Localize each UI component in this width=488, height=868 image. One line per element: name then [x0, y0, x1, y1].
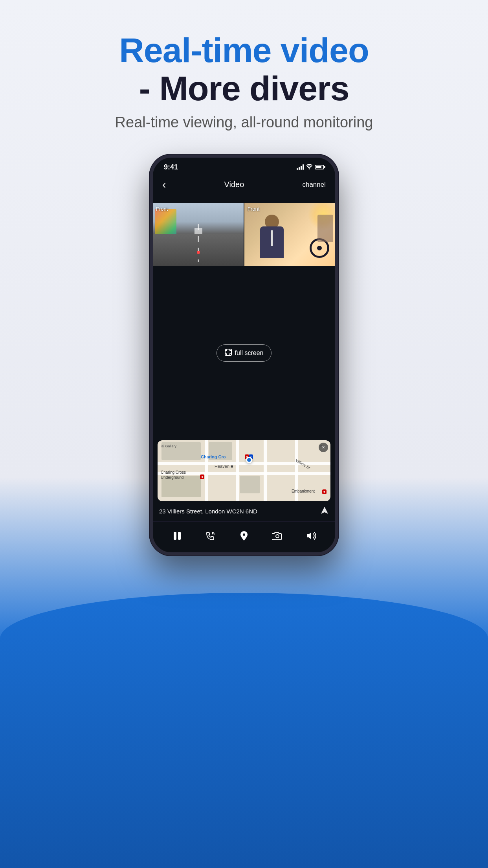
- map-section[interactable]: ial Gallery Jo Charing Cro ● = Heaven ■ …: [158, 440, 330, 501]
- status-time: 9:41: [164, 163, 178, 171]
- nav-title: Video: [224, 180, 244, 189]
- map-background: ial Gallery Jo Charing Cro ● = Heaven ■ …: [158, 440, 330, 501]
- channel-button[interactable]: channel: [302, 181, 326, 189]
- volume-button[interactable]: [302, 527, 319, 544]
- fullscreen-button[interactable]: full screen: [216, 344, 272, 362]
- map-close-button[interactable]: ×: [319, 443, 328, 452]
- battery-icon: [315, 165, 324, 169]
- wifi-icon: [306, 164, 312, 171]
- back-button[interactable]: ‹: [162, 178, 166, 191]
- call-button[interactable]: [202, 527, 219, 544]
- address-bar: 23 Villiers Street, London WC2N 6ND: [153, 501, 335, 521]
- address-text: 23 Villiers Street, London WC2N 6ND: [159, 508, 257, 515]
- video-cell-left[interactable]: Front: [153, 203, 244, 266]
- video-cell-right[interactable]: Front: [244, 203, 335, 266]
- signal-icon: [297, 164, 304, 170]
- header-section: Real-time video - More divers Real-time …: [92, 0, 397, 147]
- pause-button[interactable]: [169, 527, 186, 544]
- headline: Real-time video - More divers: [115, 31, 373, 108]
- road-scene: [153, 203, 244, 266]
- svg-rect-2: [178, 532, 181, 540]
- svg-rect-1: [174, 532, 176, 540]
- location-icon: [238, 530, 250, 541]
- location-button[interactable]: [235, 527, 253, 544]
- video-grid: Front Front: [153, 203, 335, 266]
- phone-screen: 9:41: [150, 154, 338, 555]
- fullscreen-icon: [225, 349, 232, 357]
- interior-scene: [244, 203, 335, 266]
- status-bar: 9:41: [153, 158, 335, 175]
- nav-bar: ‹ Video channel: [153, 175, 335, 195]
- camera-button[interactable]: [269, 527, 286, 544]
- navigate-icon[interactable]: [320, 506, 329, 517]
- svg-rect-0: [225, 349, 231, 355]
- video-label-front-left: Front: [156, 206, 168, 212]
- call-icon: [205, 530, 216, 541]
- svg-point-3: [276, 535, 279, 538]
- fullscreen-label: full screen: [235, 349, 264, 357]
- headline-dark: - More divers: [139, 69, 349, 108]
- volume-icon: [305, 530, 316, 541]
- status-icons: [297, 164, 324, 171]
- headline-blue: Real-time video: [119, 31, 369, 70]
- pause-icon: [172, 530, 183, 541]
- camera-icon: [272, 530, 283, 541]
- video-label-front-right: Front: [248, 206, 259, 212]
- bottom-toolbar: [153, 521, 335, 552]
- subtitle: Real-time viewing, all-round monitoring: [115, 114, 373, 131]
- video-controls-area: full screen: [153, 266, 335, 440]
- phone-mockup: 9:41: [150, 154, 338, 555]
- driver-figure: [256, 215, 288, 266]
